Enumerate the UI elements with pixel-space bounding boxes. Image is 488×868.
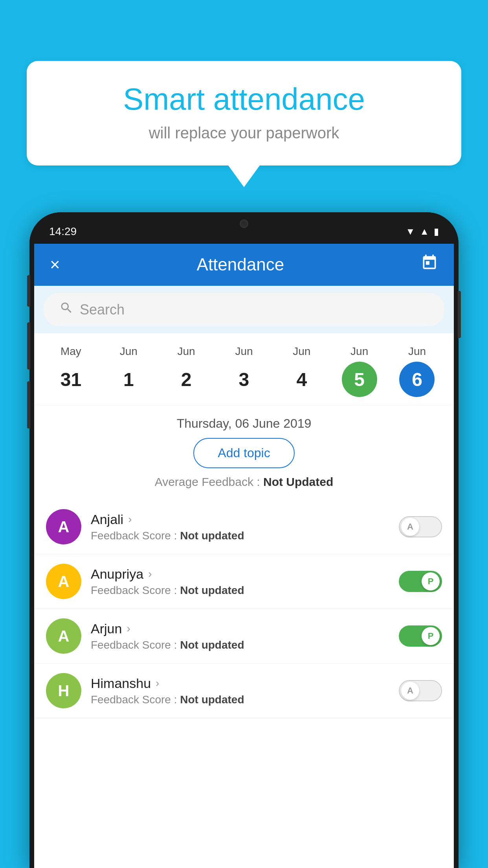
student-info: Anupriya ›Feedback Score : Not updated — [91, 566, 389, 597]
student-avatar: A — [46, 564, 81, 599]
wifi-icon: ▼ — [405, 226, 415, 237]
speech-bubble: Smart attendance will replace your paper… — [27, 61, 461, 166]
search-icon — [59, 301, 73, 318]
toggle-knob: A — [401, 518, 419, 536]
status-icons: ▼ ▲ ▮ — [405, 226, 439, 237]
toggle-switch[interactable]: A — [399, 516, 442, 537]
cal-month-label: Jun — [178, 345, 195, 358]
cal-date-number: 2 — [169, 362, 204, 397]
signal-icon: ▲ — [420, 226, 429, 237]
camera — [240, 219, 248, 228]
attendance-toggle[interactable]: A — [399, 516, 442, 537]
student-score: Feedback Score : Not updated — [91, 584, 389, 597]
student-name: Anupriya › — [91, 566, 389, 582]
speech-bubble-tail — [228, 166, 260, 187]
student-item[interactable]: AArjun ›Feedback Score : Not updatedP — [34, 609, 454, 664]
date-info: Thursday, 06 June 2019 Add topic Average… — [34, 405, 454, 500]
cal-month-label: Jun — [235, 345, 253, 358]
cal-date-number: 1 — [111, 362, 146, 397]
student-score: Feedback Score : Not updated — [91, 693, 389, 706]
cal-month-label: Jun — [120, 345, 138, 358]
toggle-switch[interactable]: A — [399, 680, 442, 701]
selected-date-label: Thursday, 06 June 2019 — [46, 416, 442, 431]
search-placeholder: Search — [80, 302, 125, 318]
phone-screen: × Attendance Search May31Jun1Jun2 — [34, 243, 454, 868]
calendar-day-3[interactable]: Jun3 — [220, 345, 268, 397]
search-container: Search — [34, 286, 454, 333]
calendar-icon[interactable] — [421, 254, 438, 275]
status-time: 14:29 — [49, 225, 77, 238]
cal-date-number: 31 — [53, 362, 88, 397]
cal-date-number: 4 — [284, 362, 319, 397]
cal-date-number: 3 — [226, 362, 262, 397]
attendance-toggle[interactable]: A — [399, 680, 442, 701]
calendar-day-1[interactable]: Jun1 — [105, 345, 152, 397]
cal-date-number: 5 — [342, 362, 377, 397]
avg-feedback-prefix: Average Feedback : — [155, 475, 263, 488]
student-item[interactable]: HHimanshu ›Feedback Score : Not updatedA — [34, 664, 454, 718]
calendar-strip: May31Jun1Jun2Jun3Jun4Jun5Jun6 — [34, 333, 454, 405]
calendar-day-6[interactable]: Jun6 — [393, 345, 440, 397]
speech-bubble-subtitle: will replace your paperwork — [50, 124, 438, 142]
chevron-right-icon: › — [156, 677, 159, 690]
student-name: Himanshu › — [91, 676, 389, 691]
attendance-toggle[interactable]: P — [399, 571, 442, 592]
toggle-knob: P — [422, 572, 440, 590]
cal-month-label: Jun — [350, 345, 368, 358]
student-score: Feedback Score : Not updated — [91, 530, 389, 542]
student-avatar: H — [46, 673, 81, 708]
toggle-knob: A — [401, 682, 419, 700]
battery-icon: ▮ — [434, 226, 439, 237]
phone-frame: 14:29 ▼ ▲ ▮ × Attendance — [29, 212, 459, 868]
student-name: Anjali › — [91, 512, 389, 527]
chevron-right-icon: › — [127, 622, 130, 635]
toggle-switch[interactable]: P — [399, 625, 442, 647]
speech-bubble-container: Smart attendance will replace your paper… — [27, 61, 461, 187]
app-header: × Attendance — [34, 243, 454, 286]
student-score: Feedback Score : Not updated — [91, 639, 389, 651]
student-avatar: A — [46, 618, 81, 654]
calendar-day-0[interactable]: May31 — [47, 345, 94, 397]
student-info: Anjali ›Feedback Score : Not updated — [91, 512, 389, 542]
chevron-right-icon: › — [148, 568, 152, 580]
avg-feedback-value: Not Updated — [263, 475, 333, 488]
attendance-toggle[interactable]: P — [399, 625, 442, 647]
toggle-switch[interactable]: P — [399, 571, 442, 592]
student-item[interactable]: AAnupriya ›Feedback Score : Not updatedP — [34, 554, 454, 609]
student-avatar: A — [46, 509, 81, 544]
calendar-day-5[interactable]: Jun5 — [336, 345, 383, 397]
close-button[interactable]: × — [50, 255, 60, 274]
calendar-day-4[interactable]: Jun4 — [278, 345, 325, 397]
cal-month-label: Jun — [293, 345, 310, 358]
volume-up-button — [27, 275, 30, 307]
avg-feedback: Average Feedback : Not Updated — [46, 475, 442, 493]
calendar-day-2[interactable]: Jun2 — [163, 345, 210, 397]
student-name: Arjun › — [91, 621, 389, 636]
speech-bubble-title: Smart attendance — [50, 83, 438, 116]
silent-button — [27, 381, 30, 428]
chevron-right-icon: › — [128, 513, 132, 526]
volume-down-button — [27, 322, 30, 370]
student-item[interactable]: AAnjali ›Feedback Score : Not updatedA — [34, 500, 454, 554]
student-info: Himanshu ›Feedback Score : Not updated — [91, 676, 389, 706]
power-button — [458, 291, 461, 338]
cal-month-label: May — [61, 345, 81, 358]
cal-month-label: Jun — [408, 345, 426, 358]
toggle-knob: P — [422, 627, 440, 645]
add-topic-button[interactable]: Add topic — [193, 438, 294, 468]
student-info: Arjun ›Feedback Score : Not updated — [91, 621, 389, 651]
student-list: AAnjali ›Feedback Score : Not updatedAAA… — [34, 500, 454, 718]
header-title: Attendance — [60, 255, 421, 274]
search-bar[interactable]: Search — [44, 293, 444, 326]
cal-date-number: 6 — [399, 362, 435, 397]
